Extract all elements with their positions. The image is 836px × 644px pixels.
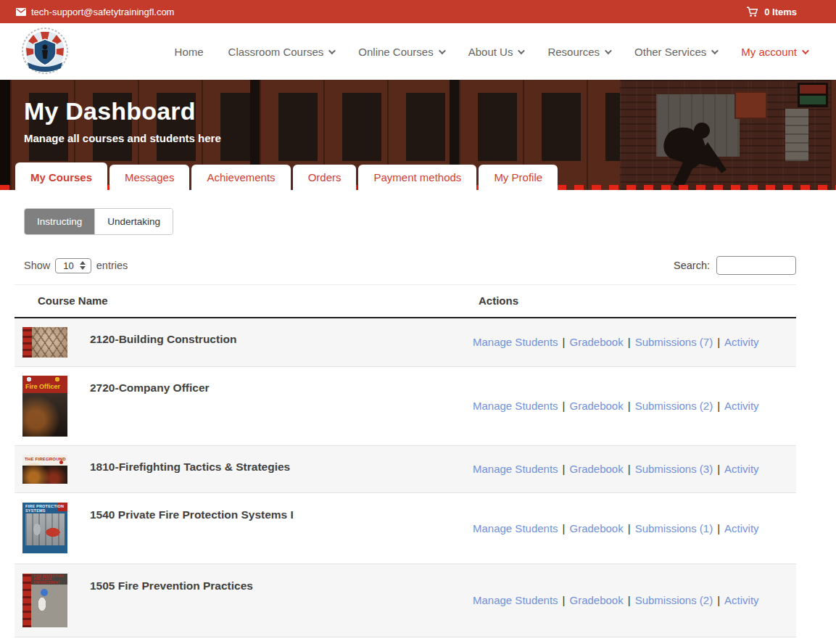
course-thumbnail: FIRE INSPECTION AND CODE ENFORCEMENT [22,574,67,627]
thumbnail-caption: Fire Officer [25,384,60,390]
course-actions: Manage Students|Gradebook|Submissions (7… [455,318,796,367]
submissions-link[interactable]: Submissions (1) [635,522,713,534]
separator: | [717,400,720,412]
search-control: Search: [674,256,796,275]
course-cell: 2120-Building Construction [15,318,455,366]
nav-home-label: Home [175,46,204,58]
course-cell: Fire Officer 2720-Company Officer [15,367,455,445]
support-email-text: tech-support@safetytrainingfl.com [31,7,174,17]
separator: | [563,463,566,475]
search-input[interactable] [716,256,796,275]
gradebook-link[interactable]: Gradebook [570,400,624,412]
entries-select[interactable]: 10 [55,258,91,273]
submissions-link[interactable]: Submissions (3) [635,463,713,475]
activity-link[interactable]: Activity [724,463,759,475]
chevron-down-icon [605,47,612,54]
tab-my-courses[interactable]: My Courses [15,162,107,190]
separator: | [717,594,720,606]
table-row: THE FIREGROUND 2811-Firefighting Tactics… [15,637,796,644]
submissions-link[interactable]: Submissions (2) [635,594,713,606]
separator: | [563,336,566,348]
course-actions: Manage Students|Gradebook|Submissions (2… [455,564,796,637]
tab-achievements[interactable]: Achievements [191,165,290,190]
nav-about-us[interactable]: About Us [468,46,523,58]
nav-other-services-label: Other Services [634,46,706,58]
manage-students-link[interactable]: Manage Students [473,400,558,412]
toggle-instructing[interactable]: Instructing [25,209,94,234]
course-actions: Manage Students|Gradebook|Submissions (2… [455,366,796,445]
gradebook-link[interactable]: Gradebook [570,522,624,534]
nav-resources[interactable]: Resources [547,46,610,58]
spinner-up-arrow [80,261,86,265]
course-name: 1810-Firefighting Tactics & Strategies [90,461,290,474]
gradebook-link[interactable]: Gradebook [570,463,624,475]
separator: | [717,336,720,348]
manage-students-link[interactable]: Manage Students [473,463,558,475]
nav-my-account-label: My account [741,46,797,58]
nav-home[interactable]: Home [175,46,204,58]
submissions-link[interactable]: Submissions (7) [635,336,713,348]
course-actions: Manage Students|Gradebook|Submissions (1… [455,492,796,564]
column-header-actions: Actions [455,285,796,318]
chevron-down-icon [328,47,336,54]
nav-my-account[interactable]: My account [741,46,807,58]
course-name: 2120-Building Construction [90,333,236,346]
manage-students-link[interactable]: Manage Students [473,522,558,534]
separator: | [563,594,566,606]
nav-resources-label: Resources [547,46,600,58]
course-name: 1540 Private Fire Protection Systems I [90,508,294,521]
course-cell: FIRE PROTECTION SYSTEMS 1540 Private Fir… [15,494,455,562]
cart-link[interactable]: 0 Items [746,7,820,17]
course-thumbnail [22,327,67,358]
cart-icon [746,7,758,17]
dashboard-tabs: My Courses Messages Achievements Orders … [15,162,558,190]
site-header: Home Classroom Courses Online Courses Ab… [0,23,836,80]
table-row: FIRE PROTECTION SYSTEMS 1540 Private Fir… [15,492,796,564]
page-title: My Dashboard [24,97,196,125]
tab-payment-methods[interactable]: Payment methods [358,165,476,190]
gradebook-link[interactable]: Gradebook [570,336,624,348]
course-actions [455,637,796,644]
separator: | [628,522,631,534]
tab-orders[interactable]: Orders [293,165,357,190]
course-actions: Manage Students|Gradebook|Submissions (3… [455,445,796,492]
entries-label: entries [96,260,128,271]
submissions-link[interactable]: Submissions (2) [635,400,713,412]
gradebook-link[interactable]: Gradebook [570,594,624,606]
table-controls: Show 10 entries Search: [24,256,796,275]
activity-link[interactable]: Activity [724,594,759,606]
entries-select-value: 10 [63,260,73,271]
chevron-down-icon [518,47,525,54]
separator: | [628,400,631,412]
manage-students-link[interactable]: Manage Students [473,594,558,606]
course-name: 2720-Company Officer [90,381,210,395]
separator: | [563,400,566,412]
main-content: Instructing Undertaking Show 10 entries … [0,190,836,644]
nav-online-courses[interactable]: Online Courses [358,46,443,58]
toggle-undertaking[interactable]: Undertaking [94,209,173,234]
top-bar: tech-support@safetytrainingfl.com 0 Item… [0,0,836,23]
course-cell: FIRE INSPECTION AND CODE ENFORCEMENT 150… [15,565,455,636]
tab-my-profile[interactable]: My Profile [479,165,558,190]
activity-link[interactable]: Activity [724,336,759,348]
manage-students-link[interactable]: Manage Students [473,336,558,348]
nav-classroom-courses[interactable]: Classroom Courses [228,46,334,58]
support-email-link[interactable]: tech-support@safetytrainingfl.com [16,7,174,17]
nav-about-us-label: About Us [468,46,513,58]
nav-online-courses-label: Online Courses [358,46,433,58]
show-label: Show [24,260,50,271]
thumbnail-caption: THE FIREGROUND [25,457,66,461]
separator: | [628,336,631,348]
envelope-icon [16,8,26,16]
activity-link[interactable]: Activity [724,400,759,412]
nav-other-services[interactable]: Other Services [634,46,716,58]
tab-messages[interactable]: Messages [109,165,189,190]
hero-banner: My Dashboard Manage all courses and stud… [0,80,836,190]
activity-link[interactable]: Activity [724,522,759,534]
site-logo[interactable] [20,28,70,77]
course-thumbnail: Fire Officer [22,376,67,437]
table-header-row: Course Name Actions [15,285,796,318]
table-row: Fire Officer 2720-Company Officer Manage… [15,366,796,445]
course-cell: THE FIREGROUND 2811-Firefighting Tactics… [15,637,455,644]
separator: | [628,463,631,475]
